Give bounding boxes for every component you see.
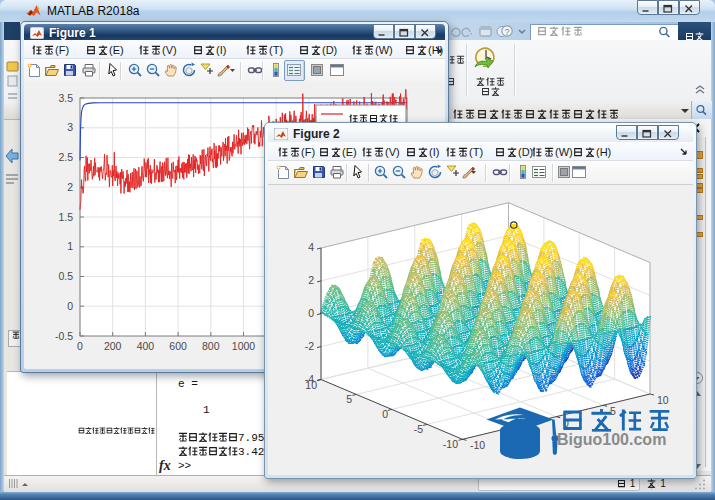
svg-text:5: 5: [346, 393, 352, 405]
svg-text:-0.5: -0.5: [55, 330, 73, 342]
svg-text:200: 200: [104, 340, 122, 352]
svg-text:-10: -10: [443, 438, 458, 450]
svg-text:?: ?: [504, 27, 509, 37]
svg-text:800: 800: [202, 340, 220, 352]
svg-text:-2: -2: [305, 340, 314, 352]
svg-text:1000: 1000: [232, 340, 256, 352]
svg-text:3: 3: [67, 121, 73, 133]
svg-text:2: 2: [308, 274, 314, 286]
svg-text:3.5: 3.5: [58, 92, 73, 104]
svg-text:0.5: 0.5: [58, 270, 73, 282]
svg-text:0: 0: [67, 300, 73, 312]
svg-text:0: 0: [382, 408, 388, 420]
svg-text:2: 2: [67, 181, 73, 193]
svg-text:-5: -5: [414, 423, 423, 435]
svg-text:2.5: 2.5: [58, 151, 73, 163]
svg-text:1: 1: [67, 240, 73, 252]
svg-text:10: 10: [305, 379, 317, 391]
svg-text:0: 0: [308, 307, 314, 319]
svg-text:400: 400: [137, 340, 155, 352]
svg-text:4: 4: [308, 241, 314, 253]
svg-text:1.5: 1.5: [58, 211, 73, 223]
svg-text:600: 600: [169, 340, 187, 352]
svg-text:0: 0: [77, 340, 83, 352]
